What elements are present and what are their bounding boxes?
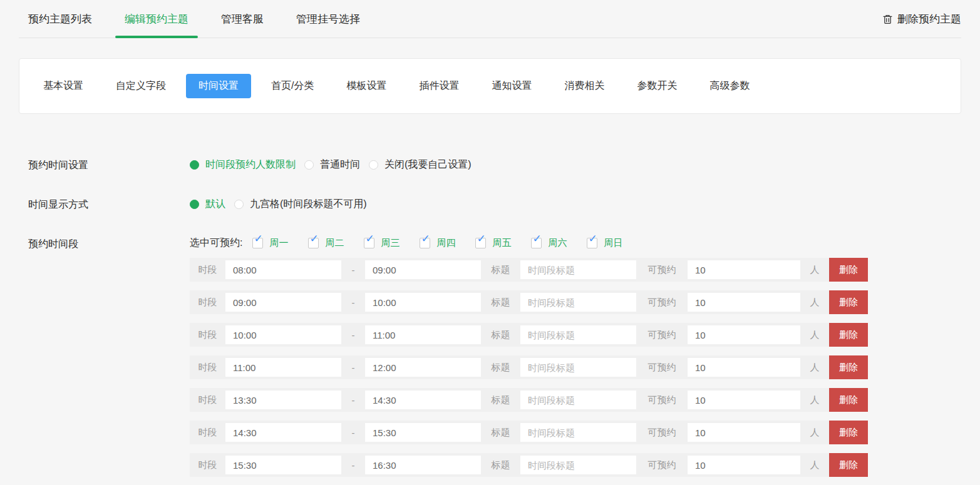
checkbox-icon <box>308 238 319 248</box>
slot-capacity-input[interactable] <box>688 423 800 442</box>
settings-tab[interactable]: 自定义字段 <box>103 74 178 98</box>
slot-start-time-input[interactable] <box>225 325 341 344</box>
slot-title-input[interactable] <box>520 293 636 312</box>
time-slots-row: 预约时间段 选中可预约: 周一 周二 <box>19 237 961 485</box>
slot-range-separator: - <box>341 265 365 275</box>
settings-tab-bar: 基本设置 自定义字段 时间设置 首页/分类 模板设置 插件设置 通知设置 消费相… <box>19 58 961 114</box>
time-slots-label: 预约时间段 <box>19 237 190 485</box>
slot-start-time-input[interactable] <box>225 293 341 312</box>
settings-tab[interactable]: 基本设置 <box>31 74 96 98</box>
top-nav-tabs: 预约主题列表 编辑预约主题 管理客服 管理挂号选择 <box>19 0 383 38</box>
weekday-checkbox[interactable]: 周一 <box>252 237 288 249</box>
slot-delete-button[interactable]: 删除 <box>829 290 868 314</box>
top-nav-tab[interactable]: 编辑预约主题 <box>115 0 198 38</box>
slot-end-time-input[interactable] <box>365 423 481 442</box>
slot-capacity-input[interactable] <box>688 325 800 344</box>
delete-theme-button[interactable]: 删除预约主题 <box>882 0 961 38</box>
slot-end-time-input[interactable] <box>365 391 481 409</box>
settings-tab[interactable]: 模板设置 <box>334 74 399 98</box>
weekday-label: 周三 <box>381 237 400 249</box>
slot-title-input[interactable] <box>520 456 636 474</box>
slot-delete-button[interactable]: 删除 <box>829 355 868 379</box>
display-mode-radio-option[interactable]: 九宫格(时间段标题不可用) <box>234 198 367 211</box>
slot-end-time-input[interactable] <box>365 260 481 279</box>
radio-option-label: 九宫格(时间段标题不可用) <box>250 198 367 211</box>
slot-capacity-input[interactable] <box>688 358 800 377</box>
slot-title-input[interactable] <box>520 423 636 442</box>
slot-capacity-label: 可预约 <box>636 362 688 374</box>
slot-start-time-input[interactable] <box>225 456 341 474</box>
slot-capacity-input[interactable] <box>688 260 800 279</box>
booking-time-radio-option[interactable]: 关闭(我要自己设置) <box>369 158 472 171</box>
radio-icon <box>190 160 199 170</box>
check-icon <box>309 233 318 244</box>
weekday-checkbox-group: 周一 周二 周三 <box>252 237 642 249</box>
check-icon <box>365 233 374 244</box>
check-icon <box>532 233 541 244</box>
slot-delete-button[interactable]: 删除 <box>829 388 868 412</box>
booking-time-radio-option[interactable]: 时间段预约人数限制 <box>190 158 296 171</box>
slot-start-time-input[interactable] <box>225 391 341 409</box>
weekday-checkbox[interactable]: 周三 <box>364 237 400 249</box>
booking-time-radio-option[interactable]: 普通时间 <box>304 158 360 171</box>
slot-title-input[interactable] <box>520 391 636 409</box>
slot-start-time-input[interactable] <box>225 260 341 279</box>
radio-icon <box>190 200 199 209</box>
weekday-label: 周一 <box>269 237 288 249</box>
slot-title-input[interactable] <box>520 358 636 377</box>
settings-tab[interactable]: 消费相关 <box>552 74 617 98</box>
weekday-checkbox[interactable]: 周日 <box>587 237 622 249</box>
slot-start-time-input[interactable] <box>225 423 341 442</box>
slot-delete-button[interactable]: 删除 <box>829 453 868 477</box>
slot-capacity-input[interactable] <box>688 456 800 474</box>
slot-capacity-label: 可预约 <box>636 394 688 406</box>
slot-capacity-input[interactable] <box>688 293 800 312</box>
slot-period-label: 时段 <box>190 362 225 374</box>
settings-tab-label: 插件设置 <box>419 80 459 91</box>
time-slots-control: 选中可预约: 周一 周二 <box>190 237 867 485</box>
slot-range-separator: - <box>341 427 365 438</box>
time-slot-row: 时段 - 标题 可预约 人 删除 <box>190 258 867 282</box>
slot-unit-label: 人 <box>800 264 829 276</box>
slot-delete-button[interactable]: 删除 <box>829 421 868 444</box>
weekday-checkbox[interactable]: 周二 <box>308 237 344 249</box>
top-nav-tab-label: 编辑预约主题 <box>125 12 188 26</box>
top-nav-tab[interactable]: 预约主题列表 <box>19 0 101 38</box>
slot-capacity-input[interactable] <box>688 391 800 409</box>
weekday-checkbox[interactable]: 周五 <box>475 237 511 249</box>
top-nav-tab-label: 预约主题列表 <box>28 12 92 26</box>
weekday-label: 周六 <box>548 237 567 249</box>
slot-delete-button[interactable]: 删除 <box>829 258 868 282</box>
settings-tab[interactable]: 插件设置 <box>406 74 472 98</box>
settings-tab[interactable]: 首页/分类 <box>259 74 326 98</box>
settings-tab[interactable]: 时间设置 <box>186 74 251 98</box>
slot-end-time-input[interactable] <box>365 358 481 377</box>
slot-end-time-input[interactable] <box>365 293 481 312</box>
weekday-label: 周四 <box>436 237 455 249</box>
weekday-checkbox[interactable]: 周六 <box>531 237 567 249</box>
slot-unit-label: 人 <box>800 394 829 406</box>
slot-title-input[interactable] <box>520 325 636 344</box>
slot-title-label: 标题 <box>481 329 520 341</box>
booking-time-setting-row: 预约时间设置 时间段预约人数限制 普通时间 关闭(我要自己设置) <box>19 158 961 172</box>
slot-delete-button[interactable]: 删除 <box>829 323 868 347</box>
top-nav-tab-label: 管理客服 <box>221 12 264 26</box>
settings-tab[interactable]: 通知设置 <box>479 74 544 98</box>
radio-icon <box>234 200 244 209</box>
radio-icon <box>304 160 314 170</box>
settings-tab[interactable]: 参数开关 <box>624 74 689 98</box>
check-icon <box>421 233 430 244</box>
settings-tab-label: 模板设置 <box>346 80 386 91</box>
settings-tab[interactable]: 高级参数 <box>697 74 762 98</box>
weekday-checkbox[interactable]: 周四 <box>420 237 455 249</box>
slot-start-time-input[interactable] <box>225 358 341 377</box>
slot-title-input[interactable] <box>520 260 636 279</box>
radio-option-label: 关闭(我要自己设置) <box>384 158 472 171</box>
top-nav-tab[interactable]: 管理挂号选择 <box>287 0 369 38</box>
display-mode-radio-group: 默认 九宫格(时间段标题不可用) <box>190 197 376 212</box>
top-nav-tab[interactable]: 管理客服 <box>212 0 273 38</box>
slot-end-time-input[interactable] <box>365 456 481 474</box>
slot-end-time-input[interactable] <box>365 325 481 344</box>
display-mode-radio-option[interactable]: 默认 <box>190 198 225 211</box>
radio-icon <box>369 160 378 170</box>
